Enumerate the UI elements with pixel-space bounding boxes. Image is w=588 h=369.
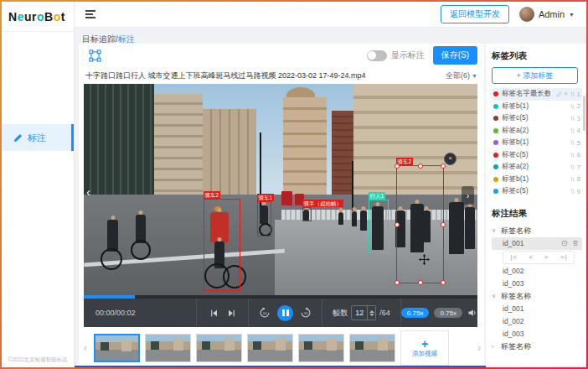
prev-frame-icon[interactable]	[209, 309, 219, 318]
result-group-name: 标签名称	[501, 291, 531, 302]
history-icon[interactable]	[561, 240, 568, 247]
forward-10-icon[interactable]: 10	[300, 307, 312, 319]
tag-list-item[interactable]: 标签c(5) 6	[492, 149, 582, 162]
collapse-menu-icon[interactable]	[85, 10, 95, 18]
resize-handle[interactable]	[395, 222, 400, 227]
svg-text:10: 10	[263, 311, 267, 315]
next-frame-icon[interactable]	[227, 309, 236, 318]
step-up-icon[interactable]	[369, 310, 374, 313]
speed-pill-active[interactable]: 0.75x	[401, 308, 430, 318]
resize-handle[interactable]	[395, 164, 400, 169]
user-menu[interactable]: Admin ▼	[519, 7, 575, 22]
scrollbar[interactable]	[583, 96, 585, 131]
resize-handle[interactable]	[418, 164, 423, 169]
next-video-arrow[interactable]: ›	[462, 186, 474, 205]
result-item[interactable]: id_002	[492, 315, 582, 328]
save-button[interactable]: 保存(S)	[433, 46, 477, 65]
delete-tag-icon[interactable]: ×	[564, 91, 568, 97]
tag-list-item[interactable]: 标签b(1) 8	[492, 174, 582, 186]
speed-pill[interactable]: 0.75x	[434, 308, 462, 318]
prev-page-icon[interactable]: <	[529, 254, 532, 261]
sort-icon[interactable]	[570, 152, 575, 159]
video-thumbnail[interactable]	[196, 334, 242, 362]
next-page-icon[interactable]: >	[544, 254, 548, 261]
tag-list-item[interactable]: 标签a(2) 7	[492, 161, 582, 174]
first-frame-icon[interactable]: |<	[509, 254, 516, 261]
filmstrip-next-icon[interactable]: ›	[476, 342, 482, 354]
annotation-box[interactable]: 骑手（起始帧）	[302, 207, 312, 221]
result-group-header[interactable]: ∨标签名称	[492, 290, 582, 303]
logo-letter: o	[54, 10, 61, 23]
annotation-toolbar: 显示标注 保存(S)	[79, 44, 484, 67]
last-frame-icon[interactable]: >|	[560, 254, 567, 261]
resize-handle[interactable]	[441, 280, 446, 285]
result-item[interactable]: id_003	[492, 328, 582, 340]
sort-icon[interactable]	[570, 188, 575, 195]
replay-10-icon[interactable]: 10	[259, 307, 271, 319]
video-thumbnail[interactable]	[94, 334, 140, 362]
tag-color-dot	[493, 153, 498, 158]
resize-handle[interactable]	[395, 280, 400, 285]
result-item[interactable]: id_002	[492, 265, 582, 278]
video-thumbnail[interactable]	[298, 334, 344, 362]
annotation-box[interactable]: 骑车1	[257, 201, 271, 236]
tag-list-item[interactable]: 标签a(2) 4	[492, 125, 582, 138]
app-root: NeuroBot 标注 ©2021北京矩视智能出品 返回模型开发 Admin ▼…	[2, 2, 586, 367]
video-thumbnail[interactable]	[145, 334, 191, 362]
sort-icon[interactable]	[570, 164, 575, 170]
bottom-scroll-indicator[interactable]	[74, 366, 486, 367]
filter-dropdown[interactable]: 全部(6) ▼	[446, 70, 477, 81]
tag-list-item[interactable]: 标签b(1) 5	[492, 137, 582, 149]
result-group-name: 标签名称	[501, 226, 531, 236]
result-item[interactable]: id_001	[492, 237, 582, 250]
sort-icon[interactable]	[570, 176, 575, 183]
resize-handle[interactable]	[441, 164, 446, 169]
result-group-name: 标签名称	[501, 341, 531, 352]
annotation-box[interactable]: 骑车2	[204, 199, 240, 291]
add-video-button[interactable]: + 添加视频	[400, 330, 449, 366]
back-to-model-dev-button[interactable]: 返回模型开发	[441, 5, 509, 23]
result-group-header[interactable]: ∨标签名称	[492, 225, 582, 237]
video-player: 骑车2骑车1骑手（起始帧）行人1骑车2× ‹ › 00:00/00:02	[84, 84, 477, 327]
edit-tag-icon[interactable]	[556, 91, 562, 97]
step-down-icon[interactable]	[369, 314, 374, 316]
volume-icon[interactable]	[467, 308, 477, 318]
tag-shortcut-number: 6	[577, 151, 580, 159]
breadcrumb-parent[interactable]: 目标追踪	[82, 34, 116, 44]
resize-handle[interactable]	[441, 222, 446, 227]
sort-icon[interactable]	[570, 127, 575, 134]
annotation-box-selected[interactable]: 骑车2×	[396, 165, 444, 283]
tag-list-item[interactable]: 标签c(5) 3	[492, 112, 582, 125]
result-item[interactable]: id_001	[492, 303, 582, 315]
tag-list-item[interactable]: 标签c(5) 9	[492, 185, 582, 198]
sort-icon[interactable]	[570, 139, 575, 146]
resize-handle[interactable]	[418, 280, 423, 285]
sort-icon[interactable]	[570, 91, 575, 97]
tag-name: 标签c(5)	[502, 113, 550, 123]
delete-annotation-icon[interactable]: ×	[444, 153, 456, 165]
frame-stepper[interactable]	[367, 306, 375, 320]
filmstrip-prev-icon[interactable]: ‹	[82, 342, 89, 354]
result-group-header[interactable]: ›标签名称	[492, 340, 582, 353]
tag-list-item[interactable]: 标签名字最长数... × 1	[492, 88, 582, 101]
video-thumbnail[interactable]	[247, 334, 293, 362]
annotation-box[interactable]: 行人1	[369, 200, 389, 253]
frame-input-field[interactable]	[352, 306, 367, 320]
sidebar-item-annotate[interactable]: 标注	[2, 124, 74, 151]
sort-icon[interactable]	[570, 103, 575, 110]
trash-icon[interactable]	[572, 240, 579, 247]
video-thumbnail[interactable]	[349, 334, 395, 362]
pause-button[interactable]	[277, 305, 293, 321]
result-item[interactable]: id_003	[492, 278, 582, 290]
tag-list-item[interactable]: 标签b(1) 2	[492, 101, 582, 113]
toggle-switch[interactable]	[367, 50, 387, 61]
bounding-box-tool-icon[interactable]	[89, 49, 101, 62]
tag-name: 标签a(2)	[502, 126, 550, 136]
tag-shortcut-number: 9	[577, 188, 580, 195]
show-annotation-toggle[interactable]: 显示标注	[367, 49, 425, 61]
add-tag-button[interactable]: + 添加标签	[492, 67, 578, 84]
sort-icon[interactable]	[570, 115, 575, 122]
filter-label: 全部(6)	[446, 70, 470, 81]
prev-video-arrow[interactable]: ‹	[86, 184, 90, 199]
frame-number-input[interactable]	[351, 305, 376, 320]
